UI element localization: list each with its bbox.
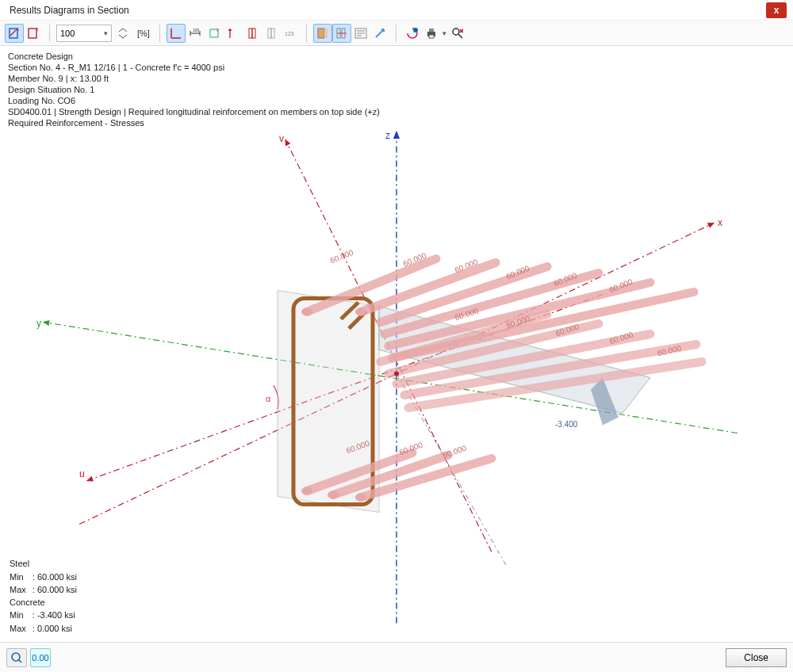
svg-point-17 bbox=[413, 28, 418, 32]
pct-label: [%] bbox=[134, 29, 153, 38]
decimals-button[interactable]: 0.00 bbox=[30, 648, 51, 667]
section-fill-icon[interactable] bbox=[243, 24, 262, 43]
print-icon[interactable] bbox=[422, 24, 441, 43]
direction-icon[interactable] bbox=[370, 24, 389, 43]
local-axes-icon[interactable] bbox=[167, 24, 186, 43]
svg-rect-19 bbox=[429, 29, 434, 32]
dimensions-icon[interactable]: 100 bbox=[186, 24, 205, 43]
close-button[interactable]: Close bbox=[726, 648, 787, 667]
zoom-stepper-icon[interactable] bbox=[113, 24, 132, 43]
info-block: Concrete Design Section No. 4 - R_M1 12/… bbox=[0, 46, 793, 131]
svg-rect-20 bbox=[429, 35, 434, 38]
axis-x-label: x bbox=[718, 217, 722, 228]
svg-point-21 bbox=[453, 29, 459, 35]
svg-text:100: 100 bbox=[193, 28, 200, 32]
svg-text:1: 1 bbox=[17, 27, 20, 32]
svg-point-51 bbox=[394, 372, 399, 376]
info-l1: Concrete Design bbox=[8, 51, 785, 62]
info-l4: Design Situation No. 1 bbox=[8, 84, 785, 95]
info-l5: Loading No. CO6 bbox=[8, 95, 785, 106]
section-outline-gray-icon[interactable] bbox=[262, 24, 281, 43]
axis-y-label: y bbox=[36, 318, 41, 329]
footer: 0.00 Close bbox=[0, 642, 793, 672]
steel-header: Steel bbox=[10, 558, 82, 569]
svg-rect-9 bbox=[268, 29, 271, 38]
results-on-section-icon[interactable]: 1 bbox=[5, 24, 24, 43]
numbering-icon[interactable]: 123 bbox=[281, 24, 300, 43]
chevron-down-icon: ▾ bbox=[104, 29, 108, 37]
svg-rect-12 bbox=[318, 29, 324, 38]
window-title: Results Diagrams in Section bbox=[6, 5, 766, 16]
axis-alpha-label: α bbox=[266, 394, 271, 403]
svg-rect-13 bbox=[324, 29, 328, 38]
show-diagram-icon[interactable] bbox=[332, 24, 351, 43]
result-block: Steel Min: 60.000 ksi Max: 60.000 ksi Co… bbox=[8, 556, 83, 636]
results-on-section-alt-icon[interactable]: 2 bbox=[24, 24, 43, 43]
show-text-icon[interactable] bbox=[351, 24, 370, 43]
svg-text:60.000: 60.000 bbox=[329, 248, 355, 265]
svg-rect-10 bbox=[271, 29, 274, 38]
svg-text:60.000: 60.000 bbox=[657, 343, 683, 357]
window-close-button[interactable]: x bbox=[766, 2, 787, 18]
info-l2: Section No. 4 - R_M1 12/16 | 1 - Concret… bbox=[8, 62, 785, 73]
stress-points-icon[interactable]: y bbox=[205, 24, 224, 43]
title-bar: Results Diagrams in Section x bbox=[0, 0, 793, 21]
refresh-icon[interactable] bbox=[403, 24, 422, 43]
zoom-value: 100 bbox=[60, 29, 75, 38]
axis-v-label: v bbox=[279, 133, 284, 144]
concrete-header: Concrete bbox=[10, 597, 82, 608]
svg-rect-8 bbox=[252, 29, 255, 38]
search-cancel-icon[interactable] bbox=[448, 24, 467, 43]
svg-text:60.000: 60.000 bbox=[442, 443, 468, 460]
svg-text:y: y bbox=[216, 27, 219, 32]
show-values-icon[interactable] bbox=[313, 24, 332, 43]
svg-rect-7 bbox=[249, 29, 252, 38]
toolbar: 1 2 100 ▾ [%] 100 y 123 bbox=[0, 21, 793, 46]
zoom-combo[interactable]: 100 ▾ bbox=[56, 25, 112, 42]
info-l6: SD0400.01 | Strength Design | Required l… bbox=[8, 106, 785, 117]
axis-u-label: u bbox=[79, 468, 85, 479]
section-outline-icon[interactable] bbox=[224, 24, 243, 43]
concrete-stress-value: -3.400 bbox=[555, 420, 578, 429]
svg-text:2: 2 bbox=[36, 27, 39, 32]
info-l3: Member No. 9 | x: 13.00 ft bbox=[8, 73, 785, 84]
diagram-canvas[interactable]: z y x u v α -3.400 60.000 60.000 60.000 bbox=[0, 123, 793, 640]
svg-text:123: 123 bbox=[285, 31, 294, 36]
help-button[interactable] bbox=[6, 648, 27, 667]
axis-z-label: z bbox=[385, 130, 390, 141]
